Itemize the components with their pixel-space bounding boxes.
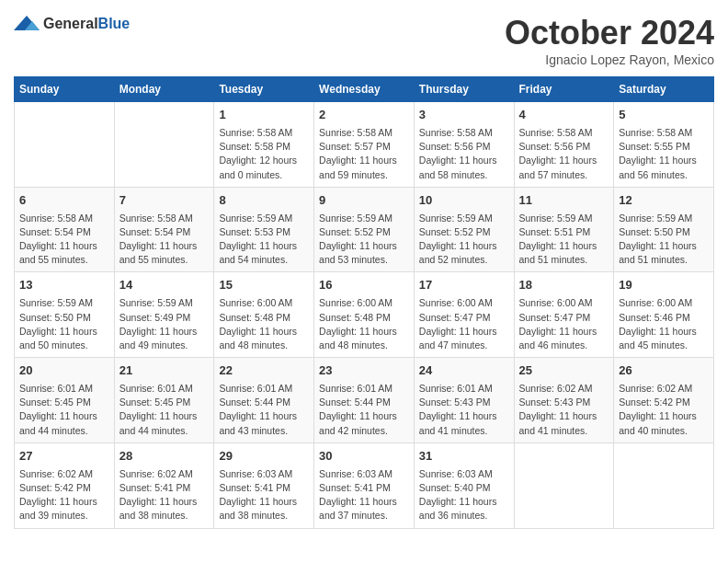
- calendar-cell: [114, 102, 214, 188]
- calendar-cell: 29Sunrise: 6:03 AMSunset: 5:41 PMDayligh…: [214, 442, 314, 528]
- sunrise-text: Sunrise: 6:00 AM: [419, 296, 509, 310]
- calendar-cell: 10Sunrise: 5:59 AMSunset: 5:52 PMDayligh…: [414, 187, 514, 272]
- daylight-text: Daylight: 11 hours and 39 minutes.: [19, 495, 109, 523]
- daylight-text: Daylight: 11 hours and 43 minutes.: [219, 409, 309, 437]
- cell-content: Sunrise: 6:02 AMSunset: 5:41 PMDaylight:…: [119, 467, 210, 523]
- sunset-text: Sunset: 5:47 PM: [519, 311, 609, 325]
- sunrise-text: Sunrise: 6:02 AM: [619, 382, 709, 396]
- calendar-cell: 23Sunrise: 6:01 AMSunset: 5:44 PMDayligh…: [314, 358, 415, 443]
- sunrise-text: Sunrise: 5:58 AM: [519, 126, 609, 140]
- cell-content: Sunrise: 6:03 AMSunset: 5:41 PMDaylight:…: [219, 467, 309, 523]
- cell-content: Sunrise: 6:00 AMSunset: 5:47 PMDaylight:…: [519, 296, 609, 352]
- calendar-cell: 1Sunrise: 5:58 AMSunset: 5:58 PMDaylight…: [214, 102, 314, 188]
- calendar-cell: 17Sunrise: 6:00 AMSunset: 5:47 PMDayligh…: [414, 272, 514, 358]
- cell-content: Sunrise: 6:01 AMSunset: 5:44 PMDaylight:…: [219, 382, 309, 438]
- day-number: 2: [319, 107, 409, 124]
- calendar-week-row: 13Sunrise: 5:59 AMSunset: 5:50 PMDayligh…: [15, 272, 714, 358]
- daylight-text: Daylight: 11 hours and 49 minutes.: [119, 325, 210, 352]
- daylight-text: Daylight: 11 hours and 36 minutes.: [419, 495, 509, 523]
- cell-content: Sunrise: 5:58 AMSunset: 5:54 PMDaylight:…: [119, 212, 210, 268]
- daylight-text: Daylight: 11 hours and 37 minutes.: [319, 495, 409, 523]
- calendar-cell: 18Sunrise: 6:00 AMSunset: 5:47 PMDayligh…: [514, 272, 614, 358]
- calendar-cell: 13Sunrise: 5:59 AMSunset: 5:50 PMDayligh…: [15, 272, 115, 358]
- sunset-text: Sunset: 5:52 PM: [319, 225, 409, 239]
- sunset-text: Sunset: 5:53 PM: [219, 225, 309, 239]
- daylight-text: Daylight: 11 hours and 58 minutes.: [419, 154, 509, 181]
- sunset-text: Sunset: 5:45 PM: [19, 396, 109, 409]
- day-number: 17: [419, 277, 509, 294]
- daylight-text: Daylight: 11 hours and 55 minutes.: [119, 239, 210, 267]
- daylight-text: Daylight: 11 hours and 57 minutes.: [519, 154, 609, 181]
- logo-general: General: [43, 16, 98, 31]
- calendar-cell: 31Sunrise: 6:03 AMSunset: 5:40 PMDayligh…: [414, 442, 514, 528]
- cell-content: Sunrise: 5:58 AMSunset: 5:56 PMDaylight:…: [419, 126, 509, 182]
- cell-content: Sunrise: 5:59 AMSunset: 5:49 PMDaylight:…: [119, 296, 210, 352]
- sunrise-text: Sunrise: 6:00 AM: [519, 296, 609, 310]
- day-number: 13: [19, 277, 109, 294]
- sunset-text: Sunset: 5:50 PM: [619, 225, 709, 239]
- calendar-cell: 4Sunrise: 5:58 AMSunset: 5:56 PMDaylight…: [514, 102, 614, 188]
- cell-content: Sunrise: 6:02 AMSunset: 5:43 PMDaylight:…: [519, 382, 609, 438]
- cell-content: Sunrise: 6:03 AMSunset: 5:40 PMDaylight:…: [419, 467, 509, 523]
- day-number: 31: [419, 448, 509, 465]
- sunset-text: Sunset: 5:44 PM: [319, 396, 409, 409]
- daylight-text: Daylight: 11 hours and 44 minutes.: [19, 409, 109, 437]
- cell-content: Sunrise: 5:58 AMSunset: 5:54 PMDaylight:…: [19, 212, 109, 268]
- sunrise-text: Sunrise: 6:01 AM: [419, 382, 509, 396]
- calendar-cell: 27Sunrise: 6:02 AMSunset: 5:42 PMDayligh…: [15, 442, 115, 528]
- sunrise-text: Sunrise: 6:03 AM: [319, 467, 409, 481]
- calendar-week-row: 27Sunrise: 6:02 AMSunset: 5:42 PMDayligh…: [15, 442, 714, 528]
- weekday-header: Monday: [114, 77, 214, 102]
- sunrise-text: Sunrise: 6:00 AM: [219, 296, 309, 310]
- cell-content: Sunrise: 6:00 AMSunset: 5:48 PMDaylight:…: [219, 296, 309, 352]
- header: GeneralBlue October 2024 Ignacio Lopez R…: [14, 14, 714, 67]
- logo-icon: [14, 14, 40, 34]
- logo-text: GeneralBlue: [43, 16, 130, 32]
- calendar-week-row: 1Sunrise: 5:58 AMSunset: 5:58 PMDaylight…: [15, 102, 714, 188]
- logo: GeneralBlue: [14, 14, 130, 34]
- sunrise-text: Sunrise: 5:58 AM: [319, 126, 409, 140]
- calendar-cell: 19Sunrise: 6:00 AMSunset: 5:46 PMDayligh…: [614, 272, 714, 358]
- calendar-cell: 7Sunrise: 5:58 AMSunset: 5:54 PMDaylight…: [114, 187, 214, 272]
- daylight-text: Daylight: 11 hours and 41 minutes.: [519, 409, 609, 437]
- sunrise-text: Sunrise: 5:59 AM: [319, 212, 409, 225]
- sunset-text: Sunset: 5:41 PM: [219, 481, 309, 495]
- cell-content: Sunrise: 5:59 AMSunset: 5:52 PMDaylight:…: [319, 212, 409, 268]
- cell-content: Sunrise: 6:01 AMSunset: 5:45 PMDaylight:…: [119, 382, 210, 438]
- weekday-header: Saturday: [614, 77, 714, 102]
- weekday-header: Thursday: [414, 77, 514, 102]
- cell-content: Sunrise: 6:03 AMSunset: 5:41 PMDaylight:…: [319, 467, 409, 523]
- day-number: 25: [519, 362, 609, 380]
- cell-content: Sunrise: 5:58 AMSunset: 5:55 PMDaylight:…: [619, 126, 709, 182]
- calendar-cell: [514, 442, 614, 528]
- sunrise-text: Sunrise: 6:01 AM: [119, 382, 210, 396]
- day-number: 4: [519, 107, 609, 124]
- sunset-text: Sunset: 5:41 PM: [319, 481, 409, 495]
- weekday-header: Sunday: [15, 77, 115, 102]
- day-number: 7: [119, 192, 210, 210]
- day-number: 11: [519, 192, 609, 210]
- cell-content: Sunrise: 6:01 AMSunset: 5:44 PMDaylight:…: [319, 382, 409, 438]
- calendar-week-row: 6Sunrise: 5:58 AMSunset: 5:54 PMDaylight…: [15, 187, 714, 272]
- cell-content: Sunrise: 6:00 AMSunset: 5:47 PMDaylight:…: [419, 296, 509, 352]
- day-number: 12: [619, 192, 709, 210]
- sunrise-text: Sunrise: 6:00 AM: [619, 296, 709, 310]
- cell-content: Sunrise: 5:59 AMSunset: 5:52 PMDaylight:…: [419, 212, 509, 268]
- sunrise-text: Sunrise: 5:59 AM: [419, 212, 509, 225]
- calendar-cell: 3Sunrise: 5:58 AMSunset: 5:56 PMDaylight…: [414, 102, 514, 188]
- weekday-header: Friday: [514, 77, 614, 102]
- calendar-cell: [614, 442, 714, 528]
- cell-content: Sunrise: 5:59 AMSunset: 5:53 PMDaylight:…: [219, 212, 309, 268]
- daylight-text: Daylight: 11 hours and 38 minutes.: [119, 495, 210, 523]
- calendar-cell: 26Sunrise: 6:02 AMSunset: 5:42 PMDayligh…: [614, 358, 714, 443]
- title-area: October 2024 Ignacio Lopez Rayon, Mexico: [505, 14, 714, 67]
- day-number: 22: [219, 362, 309, 380]
- daylight-text: Daylight: 11 hours and 42 minutes.: [319, 409, 409, 437]
- cell-content: Sunrise: 6:02 AMSunset: 5:42 PMDaylight:…: [19, 467, 109, 523]
- logo-blue: Blue: [98, 16, 131, 31]
- daylight-text: Daylight: 11 hours and 47 minutes.: [419, 325, 509, 352]
- calendar-cell: 15Sunrise: 6:00 AMSunset: 5:48 PMDayligh…: [214, 272, 314, 358]
- calendar-cell: 2Sunrise: 5:58 AMSunset: 5:57 PMDaylight…: [314, 102, 415, 188]
- sunset-text: Sunset: 5:48 PM: [219, 311, 309, 325]
- sunrise-text: Sunrise: 6:00 AM: [319, 296, 409, 310]
